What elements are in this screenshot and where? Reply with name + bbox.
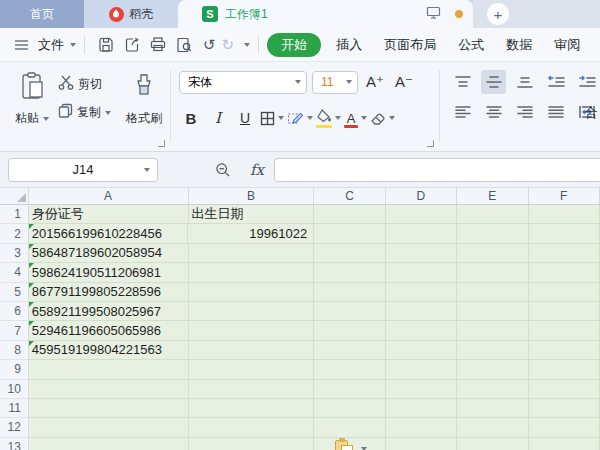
cell-A9[interactable] bbox=[29, 360, 189, 379]
save-icon[interactable] bbox=[93, 37, 119, 53]
copy-button[interactable]: 复制 bbox=[58, 103, 120, 122]
cell-A12[interactable] bbox=[29, 418, 189, 437]
cell-D9[interactable] bbox=[386, 360, 457, 379]
cell-F4[interactable] bbox=[529, 263, 600, 282]
cell-E9[interactable] bbox=[457, 360, 528, 379]
cell-B9[interactable] bbox=[189, 360, 315, 379]
font-name-select[interactable]: 宋体 bbox=[179, 71, 307, 94]
cell-B10[interactable] bbox=[189, 380, 315, 399]
column-header-B[interactable]: B bbox=[189, 188, 315, 205]
cell-E6[interactable] bbox=[457, 302, 528, 321]
column-header-F[interactable]: F bbox=[529, 188, 600, 205]
cell-D6[interactable] bbox=[386, 302, 457, 321]
column-header-C[interactable]: C bbox=[314, 188, 385, 205]
cut-button[interactable]: 剪切 bbox=[58, 75, 120, 94]
hamburger-menu-icon[interactable] bbox=[8, 39, 34, 51]
cell-D10[interactable] bbox=[386, 380, 457, 399]
cell-A6[interactable]: 658921199508025967 bbox=[29, 302, 189, 321]
column-header-E[interactable]: E bbox=[457, 188, 528, 205]
row-header-4[interactable]: 4 bbox=[0, 263, 29, 282]
align-middle-button[interactable] bbox=[481, 70, 506, 94]
cell-C1[interactable] bbox=[314, 205, 385, 224]
cell-E13[interactable] bbox=[457, 438, 528, 450]
cell-A4[interactable]: 598624190511206981 bbox=[29, 263, 189, 282]
cell-D3[interactable] bbox=[386, 244, 457, 263]
fill-color-button[interactable] bbox=[316, 106, 341, 130]
cell-E4[interactable] bbox=[457, 263, 528, 282]
cell-D7[interactable] bbox=[386, 321, 457, 340]
undo-icon[interactable]: ↺ bbox=[203, 36, 216, 54]
align-right-button[interactable] bbox=[512, 100, 537, 124]
cell-A2[interactable]: 201566199610228456 bbox=[29, 224, 189, 243]
formula-input[interactable] bbox=[274, 158, 600, 182]
ribbon-tab-insert[interactable]: 插入 bbox=[325, 33, 373, 57]
cell-B13[interactable] bbox=[189, 438, 315, 450]
borders-button[interactable] bbox=[260, 106, 284, 130]
ribbon-tab-page-layout[interactable]: 页面布局 bbox=[373, 33, 447, 57]
row-header-1[interactable]: 1 bbox=[0, 205, 29, 224]
row-header-11[interactable]: 11 bbox=[0, 399, 29, 418]
paste-options-widget[interactable] bbox=[335, 439, 367, 450]
cell-F11[interactable] bbox=[529, 399, 600, 418]
cell-B6[interactable] bbox=[189, 302, 315, 321]
cell-A1[interactable]: 身份证号 bbox=[29, 205, 189, 224]
row-header-10[interactable]: 10 bbox=[0, 380, 29, 399]
cell-F13[interactable] bbox=[529, 438, 600, 450]
font-color-button[interactable]: A bbox=[344, 106, 367, 130]
tab-docer[interactable]: 稻壳 bbox=[84, 0, 178, 28]
cell-F3[interactable] bbox=[529, 244, 600, 263]
bold-button[interactable]: B bbox=[179, 106, 203, 130]
justify-button[interactable] bbox=[544, 100, 569, 124]
cell-A5[interactable]: 867791199805228596 bbox=[29, 283, 189, 302]
cell-A11[interactable] bbox=[29, 399, 189, 418]
cell-D8[interactable] bbox=[386, 341, 457, 360]
ribbon-tab-data[interactable]: 数据 bbox=[495, 33, 543, 57]
cell-B5[interactable] bbox=[189, 283, 315, 302]
cell-D12[interactable] bbox=[386, 418, 457, 437]
cell-F5[interactable] bbox=[529, 283, 600, 302]
cell-B4[interactable] bbox=[189, 263, 315, 282]
cell-C2[interactable] bbox=[314, 224, 385, 243]
quickbar-more-caret-icon[interactable] bbox=[244, 43, 250, 47]
cell-A10[interactable] bbox=[29, 380, 189, 399]
cell-A13[interactable] bbox=[29, 438, 189, 450]
screen-share-icon[interactable] bbox=[426, 6, 441, 22]
row-header-6[interactable]: 6 bbox=[0, 302, 29, 321]
cell-D13[interactable] bbox=[386, 438, 457, 450]
cell-B12[interactable] bbox=[189, 418, 315, 437]
cell-A7[interactable]: 529461196605065986 bbox=[29, 321, 189, 340]
cell-F6[interactable] bbox=[529, 302, 600, 321]
cell-D1[interactable] bbox=[386, 205, 457, 224]
cell-C10[interactable] bbox=[314, 380, 385, 399]
cell-F1[interactable] bbox=[529, 205, 600, 224]
cell-C3[interactable] bbox=[314, 244, 385, 263]
underline-button[interactable]: U bbox=[233, 106, 257, 130]
cell-B7[interactable] bbox=[189, 321, 315, 340]
print-preview-icon[interactable] bbox=[171, 37, 197, 53]
cell-C4[interactable] bbox=[314, 263, 385, 282]
cell-E1[interactable] bbox=[457, 205, 528, 224]
cell-E8[interactable] bbox=[457, 341, 528, 360]
shrink-font-button[interactable]: A⁻ bbox=[392, 70, 416, 94]
cell-F2[interactable] bbox=[529, 224, 600, 243]
row-header-2[interactable]: 2 bbox=[0, 224, 29, 243]
column-header-A[interactable]: A bbox=[29, 188, 189, 205]
cell-B11[interactable] bbox=[189, 399, 315, 418]
grow-font-button[interactable]: A⁺ bbox=[363, 70, 387, 94]
cell-D2[interactable] bbox=[386, 224, 457, 243]
file-menu[interactable]: 文件 bbox=[34, 33, 68, 57]
cell-B3[interactable] bbox=[189, 244, 315, 263]
cell-F9[interactable] bbox=[529, 360, 600, 379]
cell-B1[interactable]: 出生日期 bbox=[189, 205, 315, 224]
clear-format-button[interactable] bbox=[370, 106, 395, 130]
print-icon[interactable] bbox=[145, 37, 171, 52]
cell-A8[interactable]: 459519199804221563 bbox=[29, 341, 189, 360]
zoom-out-icon[interactable] bbox=[210, 162, 236, 178]
row-header-8[interactable]: 8 bbox=[0, 341, 29, 360]
file-menu-caret-icon[interactable] bbox=[70, 43, 76, 47]
row-header-3[interactable]: 3 bbox=[0, 244, 29, 263]
paste-button[interactable]: 粘贴 bbox=[6, 68, 58, 151]
redo-icon[interactable]: ↻ bbox=[222, 36, 235, 54]
cell-F7[interactable] bbox=[529, 321, 600, 340]
italic-button[interactable]: I bbox=[206, 106, 230, 130]
